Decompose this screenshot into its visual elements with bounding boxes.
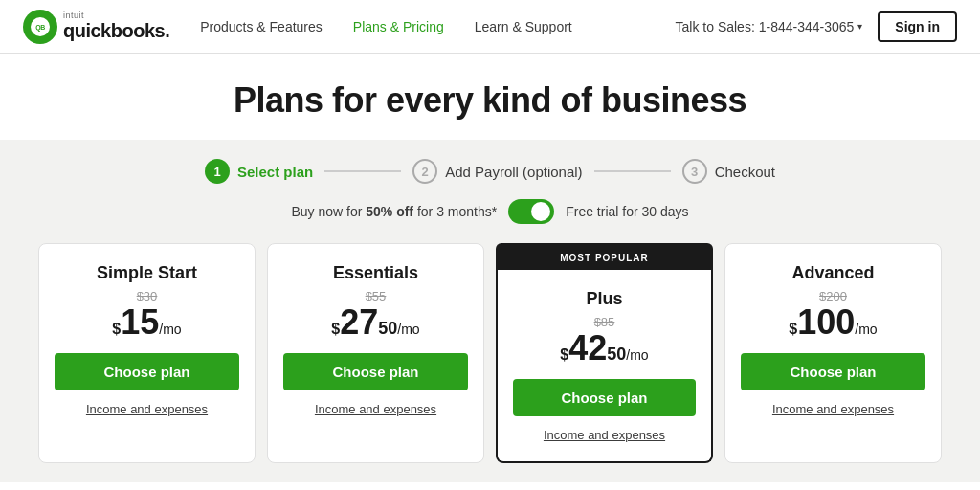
plan-dollar-simple-start: $ (112, 321, 121, 338)
step-line-1 (324, 170, 401, 172)
plan-original-price-simple-start: $30 (55, 289, 239, 303)
logo-icon (23, 10, 57, 44)
choose-plan-simple-start[interactable]: Choose plan (55, 353, 239, 390)
plan-link-simple-start[interactable]: Income and expenses (55, 402, 239, 416)
logo[interactable]: intuit quickbooks. (23, 10, 169, 44)
step-3-circle: 3 (682, 159, 707, 184)
plan-mo-essentials: /mo (397, 322, 419, 337)
plan-dollar-essentials: $ (331, 321, 340, 338)
sign-in-button[interactable]: Sign in (878, 11, 957, 42)
nav-products[interactable]: Products & Features (200, 19, 323, 34)
talk-to-sales-text: Talk to Sales: 1-844-344-3065 (676, 19, 855, 34)
plan-amount-plus: 42 (568, 331, 607, 366)
step-2-label: Add Payroll (optional) (445, 164, 582, 180)
plan-original-price-advanced: $200 (741, 289, 925, 303)
step-1: 1 Select plan (205, 159, 313, 184)
plan-name-plus: Plus (513, 289, 696, 309)
plan-link-advanced[interactable]: Income and expenses (741, 402, 925, 416)
talk-to-sales[interactable]: Talk to Sales: 1-844-344-3065 ▾ (676, 19, 863, 34)
plan-cents-essentials: 50 (378, 319, 397, 339)
toggle-knob (531, 202, 550, 221)
plan-simple-start: Simple Start $30 $ 15 /mo Choose plan In… (38, 243, 256, 463)
plan-essentials: Essentials $55 $ 27 50 /mo Choose plan I… (267, 243, 484, 463)
header-right: Talk to Sales: 1-844-344-3065 ▾ Sign in (676, 11, 957, 42)
steps-row: 1 Select plan 2 Add Payroll (optional) 3… (38, 159, 942, 184)
step-3: 3 Checkout (682, 159, 775, 184)
plan-mo-simple-start: /mo (159, 322, 181, 337)
nav-learn[interactable]: Learn & Support (475, 19, 572, 34)
plan-plus-wrapper: MOST POPULAR Plus $85 $ 42 50 /mo Choose… (496, 243, 713, 463)
header: intuit quickbooks. Products & Features P… (0, 0, 980, 54)
plan-price-row-essentials: $ 27 50 /mo (283, 305, 468, 340)
plan-dollar-plus: $ (560, 346, 568, 364)
plan-cents-plus: 50 (607, 345, 626, 365)
step-line-2 (594, 170, 671, 172)
plan-original-price-essentials: $55 (283, 289, 468, 303)
content-area: 1 Select plan 2 Add Payroll (optional) 3… (0, 140, 980, 482)
plan-price-row-simple-start: $ 15 /mo (55, 305, 239, 340)
nav-plans[interactable]: Plans & Pricing (353, 19, 444, 34)
choose-plan-plus[interactable]: Choose plan (513, 379, 696, 416)
chevron-down-icon: ▾ (858, 21, 862, 32)
step-1-label: Select plan (237, 164, 313, 180)
plan-name-essentials: Essentials (283, 263, 468, 283)
choose-plan-advanced[interactable]: Choose plan (741, 353, 925, 390)
plan-mo-plus: /mo (626, 347, 648, 363)
logo-text: intuit quickbooks. (63, 11, 169, 42)
step-2: 2 Add Payroll (optional) (412, 159, 582, 184)
step-1-circle: 1 (205, 159, 230, 184)
plan-amount-essentials: 27 (340, 305, 378, 340)
plan-amount-simple-start: 15 (121, 305, 159, 340)
plan-name-simple-start: Simple Start (55, 263, 239, 283)
main-nav: Products & Features Plans & Pricing Lear… (200, 19, 675, 34)
toggle-left-text: Buy now for 50% off for 3 months* (291, 204, 497, 219)
plan-dollar-advanced: $ (789, 321, 797, 338)
hero-title: Plans for every kind of business (23, 80, 957, 121)
plan-link-essentials[interactable]: Income and expenses (283, 402, 468, 416)
logo-qb-label: quickbooks. (63, 20, 169, 42)
plan-name-advanced: Advanced (741, 263, 925, 283)
plans-grid: Simple Start $30 $ 15 /mo Choose plan In… (38, 243, 942, 463)
step-3-label: Checkout (715, 164, 775, 180)
pricing-toggle[interactable] (508, 199, 554, 224)
hero-section: Plans for every kind of business (0, 54, 980, 140)
plan-mo-advanced: /mo (855, 322, 877, 337)
toggle-row: Buy now for 50% off for 3 months* Free t… (38, 199, 942, 224)
step-2-circle: 2 (412, 159, 437, 184)
featured-badge-wrap: MOST POPULAR (496, 243, 713, 270)
featured-badge: MOST POPULAR (560, 253, 649, 263)
plan-link-plus[interactable]: Income and expenses (513, 428, 696, 442)
plan-amount-advanced: 100 (797, 305, 855, 340)
choose-plan-essentials[interactable]: Choose plan (283, 353, 468, 390)
plan-advanced: Advanced $200 $ 100 /mo Choose plan Inco… (724, 243, 942, 463)
logo-intuit-label: intuit (63, 11, 169, 20)
plan-original-price-plus: $85 (513, 315, 696, 329)
plan-price-row-plus: $ 42 50 /mo (513, 331, 696, 366)
plan-plus: Plus $85 $ 42 50 /mo Choose plan Income … (496, 270, 713, 463)
toggle-right-text: Free trial for 30 days (566, 204, 688, 219)
plan-price-row-advanced: $ 100 /mo (741, 305, 925, 340)
